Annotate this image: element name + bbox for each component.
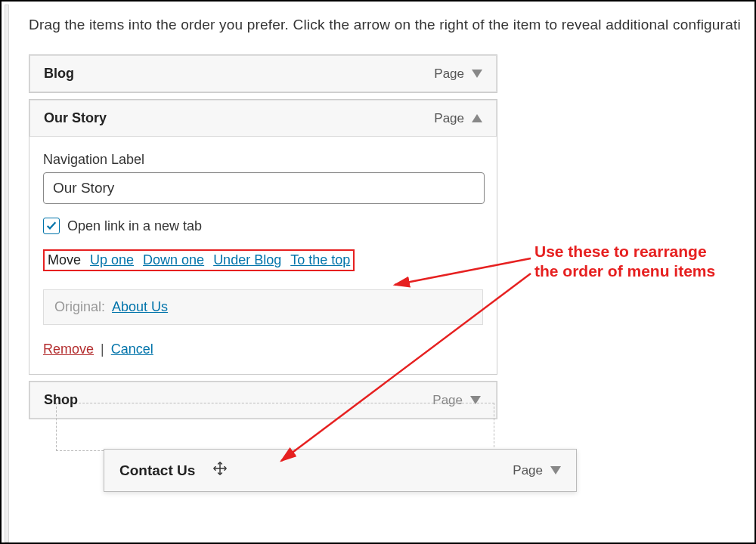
original-box: Original: About Us [43,289,483,325]
move-controls: Move Up one Down one Under Blog To the t… [43,249,355,271]
menu-item-title: Shop [44,392,78,408]
move-label: Move [48,252,81,268]
menu-item-header[interactable]: Blog Page [29,55,497,92]
drop-placeholder[interactable] [56,403,494,451]
remove-cancel-row: Remove | Cancel [43,342,483,357]
annotation-line: Use these to rearrange [534,242,731,261]
open-new-tab-checkbox[interactable] [43,218,60,234]
cancel-link[interactable]: Cancel [111,342,153,357]
move-up-link[interactable]: Up one [90,252,134,268]
original-link[interactable]: About Us [112,299,168,314]
menu-item-meta[interactable]: Page [434,111,482,126]
menu-item-type-label: Page [434,66,464,82]
menu-item-title: Our Story [44,110,107,126]
chevron-up-icon[interactable] [472,114,482,122]
main-content: Drag the items into the order you prefer… [29,17,741,451]
separator: | [101,342,104,357]
menu-item-meta[interactable]: Page [513,463,561,478]
menu-item-type-label: Page [513,463,543,478]
instructions-text: Drag the items into the order you prefer… [29,17,741,33]
menu-item-blog[interactable]: Blog Page [29,54,497,93]
move-under-link[interactable]: Under Blog [213,252,281,268]
window-left-scrollbar[interactable] [5,5,9,542]
menu-item-title: Contact Us [119,462,195,479]
move-top-link[interactable]: To the top [290,252,350,268]
menu-items-list: Blog Page Our Story Page Nav [29,54,497,451]
open-new-tab-label: Open link in a new tab [67,218,202,234]
menu-item-our-story[interactable]: Our Story Page Navigation Label Open lin… [29,99,497,375]
annotation-callout: Use these to rearrange the order of menu… [534,242,731,282]
chevron-down-icon[interactable] [472,70,482,78]
menu-item-title: Blog [44,66,74,82]
menu-item-meta[interactable]: Page [434,66,482,82]
navigation-label-input[interactable] [43,172,485,204]
menu-item-body: Navigation Label Open link in a new tab … [29,137,497,374]
chevron-down-icon[interactable] [470,396,481,404]
menu-item-header[interactable]: Our Story Page [29,100,497,137]
menu-item-type-label: Page [432,393,463,408]
menu-item-contact-dragging[interactable]: Contact Us Page [104,449,577,492]
menu-item-meta[interactable]: Page [432,393,481,408]
chevron-down-icon[interactable] [550,466,561,474]
original-label: Original: [54,299,105,314]
move-down-link[interactable]: Down one [143,252,204,268]
app-frame: Drag the items into the order you prefer… [0,0,756,544]
check-icon [45,220,57,232]
navigation-label-caption: Navigation Label [43,152,483,168]
annotation-line: the order of menu items [534,261,731,281]
move-cursor-icon [212,460,228,481]
open-new-tab-row[interactable]: Open link in a new tab [43,218,483,234]
menu-item-type-label: Page [434,111,464,126]
remove-link[interactable]: Remove [43,342,94,357]
